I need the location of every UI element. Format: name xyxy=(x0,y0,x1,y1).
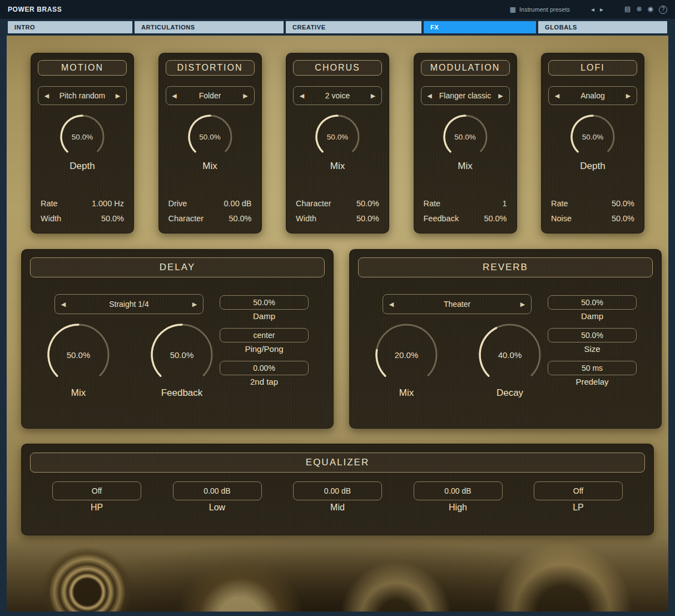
next-preset-icon[interactable]: ▸ xyxy=(600,6,603,13)
param-label: Feedback xyxy=(424,211,459,226)
param-value[interactable]: 50.0% xyxy=(612,211,634,226)
selector-prev-icon[interactable]: ◀ xyxy=(549,92,565,100)
selector-prev-icon[interactable]: ◀ xyxy=(38,92,55,100)
param-value[interactable]: 50.0% xyxy=(356,196,379,211)
tab-fx[interactable]: FX xyxy=(424,21,536,33)
equalizer-panel: EQUALIZER Off HP 0.00 dB Low 0.00 dB Mid… xyxy=(21,444,654,535)
lofi-rate-param[interactable]: Rate 50.0% xyxy=(551,196,634,211)
delay-reverb-row: DELAY ◀ Straight 1/4 ▶ 50.0% xyxy=(21,249,654,429)
param-label: Width xyxy=(41,211,61,226)
delay-panel: DELAY ◀ Straight 1/4 ▶ 50.0% xyxy=(21,249,334,429)
selector-prev-icon[interactable]: ◀ xyxy=(383,301,400,308)
param-value[interactable]: 50.0% xyxy=(229,211,251,226)
distortion-character-param[interactable]: Character 50.0% xyxy=(168,211,252,226)
distortion-mix-knob[interactable]: 50.0% xyxy=(186,113,234,161)
selector-prev-icon[interactable]: ◀ xyxy=(421,92,438,100)
motion-depth-knob[interactable]: 50.0% xyxy=(58,113,106,161)
selector-next-icon[interactable]: ▶ xyxy=(620,92,637,100)
selector-next-icon[interactable]: ▶ xyxy=(110,92,126,100)
field-label: Damp xyxy=(581,311,603,321)
param-value[interactable]: 1.000 Hz xyxy=(92,196,124,211)
field-label: Damp xyxy=(253,311,275,321)
selector-value: Flanger classic xyxy=(438,91,493,100)
delay-pingpong-field[interactable]: center xyxy=(220,328,309,342)
eq-low-field[interactable]: 0.00 dB xyxy=(173,481,262,500)
tab-articulations[interactable]: ARTICULATIONS xyxy=(135,21,284,33)
titlebar: POWER BRASS ▦ Instrument presets ◂ ▸ ▤ ⊗… xyxy=(0,0,675,19)
knob-value: 50.0% xyxy=(72,133,93,141)
reverb-mix-knob[interactable]: 20.0% xyxy=(374,322,439,388)
reverb-damp-field[interactable]: 50.0% xyxy=(548,295,637,310)
field-label: Ping/Pong xyxy=(245,344,283,354)
param-value[interactable]: 50.0% xyxy=(101,211,124,226)
tab-creative[interactable]: CREATIVE xyxy=(286,21,421,33)
reverb-size-field[interactable]: 50.0% xyxy=(548,328,637,342)
field-label: LP xyxy=(573,503,584,513)
chorus-voices-selector[interactable]: ◀ 2 voice ▶ xyxy=(293,86,382,105)
chorus-width-param[interactable]: Width 50.0% xyxy=(296,211,379,226)
selector-prev-icon[interactable]: ◀ xyxy=(55,301,72,308)
tab-globals[interactable]: GLOBALS xyxy=(538,21,667,33)
lofi-depth-knob[interactable]: 50.0% xyxy=(569,113,617,161)
eq-mid-field[interactable]: 0.00 dB xyxy=(293,481,382,500)
selector-prev-icon[interactable]: ◀ xyxy=(294,92,310,100)
motion-type-selector[interactable]: ◀ Pitch random ▶ xyxy=(38,86,127,105)
prev-preset-icon[interactable]: ◂ xyxy=(591,6,594,13)
help-icon[interactable]: ? xyxy=(659,6,667,14)
reverb-type-selector[interactable]: ◀ Theater ▶ xyxy=(383,294,532,314)
panel-view-icon[interactable]: ▤ xyxy=(624,6,631,14)
selector-next-icon[interactable]: ▶ xyxy=(493,92,509,100)
tabbar: INTRO ARTICULATIONS CREATIVE FX GLOBALS xyxy=(0,21,675,36)
selector-value: Straight 1/4 xyxy=(72,300,186,309)
reverb-predelay-field[interactable]: 50 ms xyxy=(548,361,637,375)
distortion-type-selector[interactable]: ◀ Folder ▶ xyxy=(166,86,255,105)
chorus-character-param[interactable]: Character 50.0% xyxy=(296,196,379,211)
output-icon[interactable]: ⊗ xyxy=(636,6,642,14)
tab-intro[interactable]: INTRO xyxy=(8,21,132,33)
modulation-rate-param[interactable]: Rate 1 xyxy=(424,196,507,211)
modulation-feedback-param[interactable]: Feedback 50.0% xyxy=(424,211,507,226)
delay-2nd-tap-field[interactable]: 0.00% xyxy=(220,361,309,375)
delay-feedback-knob[interactable]: 50.0% xyxy=(149,322,215,388)
eq-high-field[interactable]: 0.00 dB xyxy=(414,481,503,500)
eq-lp-field[interactable]: Off xyxy=(534,481,623,500)
knob-label: Mix xyxy=(71,388,86,399)
field-label: High xyxy=(449,503,467,513)
param-value[interactable]: 50.0% xyxy=(612,196,634,211)
reverb-decay-knob[interactable]: 40.0% xyxy=(477,322,543,388)
field-label: Size xyxy=(584,344,600,354)
knob-label: Mix xyxy=(202,161,217,172)
distortion-drive-param[interactable]: Drive 0.00 dB xyxy=(168,196,252,211)
chorus-mix-knob[interactable]: 50.0% xyxy=(314,113,361,161)
param-value[interactable]: 0.00 dB xyxy=(224,196,252,211)
instrument-title: POWER BRASS xyxy=(8,6,62,13)
field-label: HP xyxy=(91,503,103,513)
fx-panel-distortion: DISTORTION ◀ Folder ▶ 50.0% Mix Drive 0.… xyxy=(158,53,262,234)
param-value[interactable]: 1 xyxy=(502,196,507,211)
knob-value: 20.0% xyxy=(395,350,419,360)
delay-mix-knob[interactable]: 50.0% xyxy=(46,322,111,388)
selector-next-icon[interactable]: ▶ xyxy=(514,301,531,308)
motion-width-param[interactable]: Width 50.0% xyxy=(41,211,124,226)
delay-damp-field[interactable]: 50.0% xyxy=(220,295,309,310)
brass-artwork xyxy=(7,536,668,612)
knob-value: 40.0% xyxy=(498,350,522,360)
modulation-mix-knob[interactable]: 50.0% xyxy=(441,113,489,161)
param-label: Rate xyxy=(551,196,568,211)
param-value[interactable]: 50.0% xyxy=(356,211,379,226)
motion-rate-param[interactable]: Rate 1.000 Hz xyxy=(41,196,124,211)
eq-hp-field[interactable]: Off xyxy=(52,481,141,500)
delay-time-selector[interactable]: ◀ Straight 1/4 ▶ xyxy=(54,294,204,314)
selector-next-icon[interactable]: ▶ xyxy=(237,92,254,100)
selector-next-icon[interactable]: ▶ xyxy=(365,92,381,100)
selector-next-icon[interactable]: ▶ xyxy=(186,301,203,308)
selector-prev-icon[interactable]: ◀ xyxy=(166,92,183,100)
param-value[interactable]: 50.0% xyxy=(484,211,507,226)
eye-icon[interactable]: ◉ xyxy=(648,6,653,14)
knob-value: 50.0% xyxy=(170,350,194,360)
instrument-presets-button[interactable]: ▦ Instrument presets xyxy=(510,6,570,13)
knob-value: 50.0% xyxy=(454,133,475,141)
lofi-noise-param[interactable]: Noise 50.0% xyxy=(551,211,634,226)
lofi-type-selector[interactable]: ◀ Analog ▶ xyxy=(548,86,637,105)
modulation-type-selector[interactable]: ◀ Flanger classic ▶ xyxy=(421,86,510,105)
